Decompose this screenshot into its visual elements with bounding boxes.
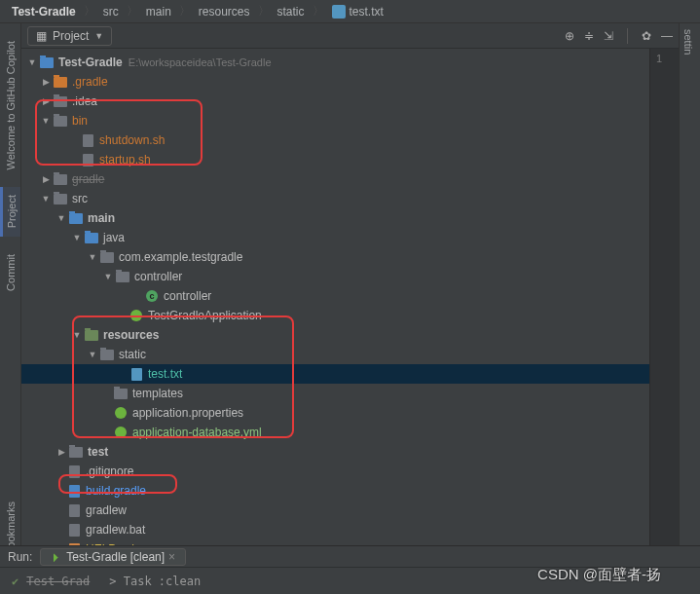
project-tree[interactable]: Test-GradleE:\workspaceidea\Test-Gradle …	[21, 49, 679, 545]
tree-gitignore[interactable]: .gitignore	[21, 462, 679, 481]
check-icon: ✔	[12, 575, 18, 588]
tree-app-class[interactable]: TestGradleApplication	[21, 306, 679, 325]
run-output-line: > Task :clean	[109, 575, 201, 588]
rail-copilot[interactable]: Welcome to GitHub Copilot	[0, 33, 20, 177]
project-view-dropdown[interactable]: ▦ Project ▼	[27, 26, 112, 46]
editor-gutter: 1	[649, 49, 679, 545]
tree-test-dir[interactable]: test	[21, 442, 679, 462]
tree-gradlew[interactable]: gradlew	[21, 501, 679, 520]
tree-app-props[interactable]: application.properties	[21, 403, 679, 423]
rail-settings[interactable]: settin	[680, 23, 697, 60]
tree-idea-dir[interactable]: .idea	[21, 92, 679, 111]
rail-commit[interactable]: Commit	[0, 246, 20, 299]
left-tool-rail: Welcome to GitHub Copilot Project Commit…	[0, 23, 21, 594]
tree-build-gradle[interactable]: build.gradle	[21, 481, 679, 501]
crumb-resources[interactable]: resources	[191, 5, 258, 19]
hide-icon[interactable]: —	[661, 29, 673, 43]
rail-project[interactable]: Project	[3, 187, 20, 236]
crumb-sep: 〉	[84, 3, 95, 19]
run-label: Run:	[8, 550, 32, 564]
gear-icon[interactable]: ✿	[642, 29, 651, 43]
tree-main[interactable]: main	[21, 208, 679, 228]
tree-gradle-dir[interactable]: .gradle	[21, 72, 679, 92]
target-icon[interactable]: ⊕	[565, 29, 574, 43]
gutter-line-1: 1	[656, 53, 673, 64]
chevron-down-icon: ▼	[94, 31, 103, 41]
crumb-root[interactable]: Test-Gradle	[4, 5, 84, 19]
tree-resources[interactable]: resources	[21, 325, 679, 345]
tree-gradlew-bat[interactable]: gradlew.bat	[21, 520, 679, 539]
collapse-icon[interactable]: ⇲	[604, 29, 613, 43]
tree-java[interactable]: java	[21, 228, 679, 247]
tree-controller-class[interactable]: ccontroller	[21, 286, 679, 306]
right-tool-rail: settin	[679, 23, 700, 594]
file-icon	[332, 5, 346, 19]
project-panel-header: ▦ Project ▼ ⊕ ≑ ⇲ ✿ —	[21, 23, 679, 49]
tree-shutdown[interactable]: shutdown.sh	[21, 130, 679, 150]
tree-app-db-yml[interactable]: application-database.yml	[21, 423, 679, 442]
tree-bin[interactable]: bin	[21, 111, 679, 130]
close-icon[interactable]: ×	[168, 550, 175, 564]
tree-gradle2[interactable]: gradle	[21, 169, 679, 189]
run-tab[interactable]: ⏵ Test-Gradle [clean] ×	[40, 548, 186, 566]
tree-package[interactable]: com.example.testgradle	[21, 247, 679, 267]
run-tool-window: Run: ⏵ Test-Gradle [clean] × ✔ Test-Grad…	[0, 545, 700, 594]
breadcrumb-bar: Test-Gradle 〉 src 〉 main 〉 resources 〉 s…	[0, 0, 700, 23]
tree-test-txt[interactable]: test.txt	[21, 364, 679, 384]
project-icon: ▦	[36, 29, 47, 43]
tree-src[interactable]: src	[21, 189, 679, 208]
crumb-file[interactable]: test.txt	[324, 5, 391, 19]
expand-icon[interactable]: ≑	[584, 29, 594, 43]
gradle-icon: ⏵	[51, 550, 62, 564]
arrow-icon[interactable]	[25, 57, 39, 67]
tree-controller-pkg[interactable]: controller	[21, 267, 679, 286]
tree-root[interactable]: Test-GradleE:\workspaceidea\Test-Gradle	[21, 53, 679, 72]
tree-static[interactable]: static	[21, 345, 679, 364]
tree-templates[interactable]: templates	[21, 384, 679, 403]
tree-startup[interactable]: startup.sh	[21, 150, 679, 169]
crumb-src[interactable]: src	[95, 5, 127, 19]
crumb-static[interactable]: static	[270, 5, 313, 19]
crumb-main[interactable]: main	[138, 5, 179, 19]
